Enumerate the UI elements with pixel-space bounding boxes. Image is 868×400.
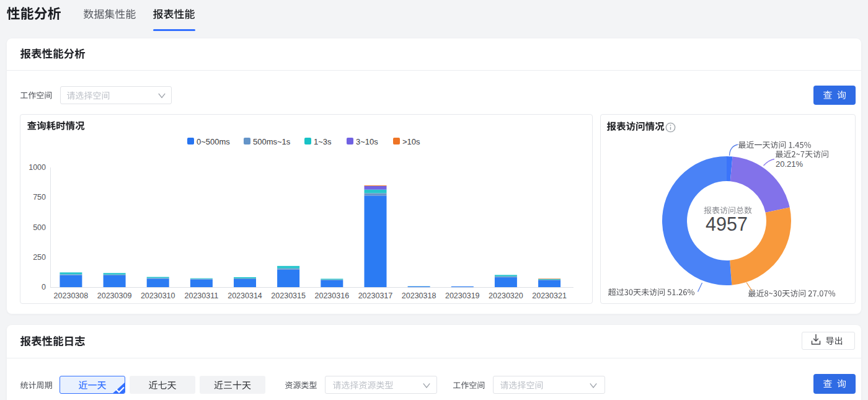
- svg-text:20230310: 20230310: [141, 291, 175, 300]
- svg-text:3~10s: 3~10s: [356, 137, 378, 146]
- svg-text:1~3s: 1~3s: [314, 137, 332, 146]
- svg-text:20230311: 20230311: [185, 291, 219, 300]
- svg-text:20230321: 20230321: [532, 291, 567, 300]
- svg-text:20230318: 20230318: [402, 291, 436, 300]
- svg-text:20230309: 20230309: [97, 291, 132, 300]
- svg-text:20230320: 20230320: [489, 291, 523, 300]
- svg-text:>10s: >10s: [402, 137, 420, 146]
- svg-text:20230319: 20230319: [445, 291, 480, 300]
- svg-text:20.21%: 20.21%: [776, 159, 804, 169]
- svg-text:500: 500: [33, 223, 46, 232]
- svg-text:20230314: 20230314: [228, 291, 262, 300]
- svg-text:20230317: 20230317: [358, 291, 393, 300]
- svg-text:250: 250: [33, 253, 46, 262]
- svg-text:20230315: 20230315: [271, 291, 306, 300]
- svg-text:1000: 1000: [29, 163, 46, 172]
- svg-text:750: 750: [33, 193, 46, 202]
- svg-text:0~500ms: 0~500ms: [197, 137, 230, 146]
- svg-text:0: 0: [42, 283, 46, 291]
- svg-text:500ms~1s: 500ms~1s: [253, 137, 291, 146]
- svg-text:20230308: 20230308: [54, 291, 89, 300]
- svg-text:4957: 4957: [706, 213, 748, 234]
- svg-text:20230316: 20230316: [314, 291, 349, 300]
